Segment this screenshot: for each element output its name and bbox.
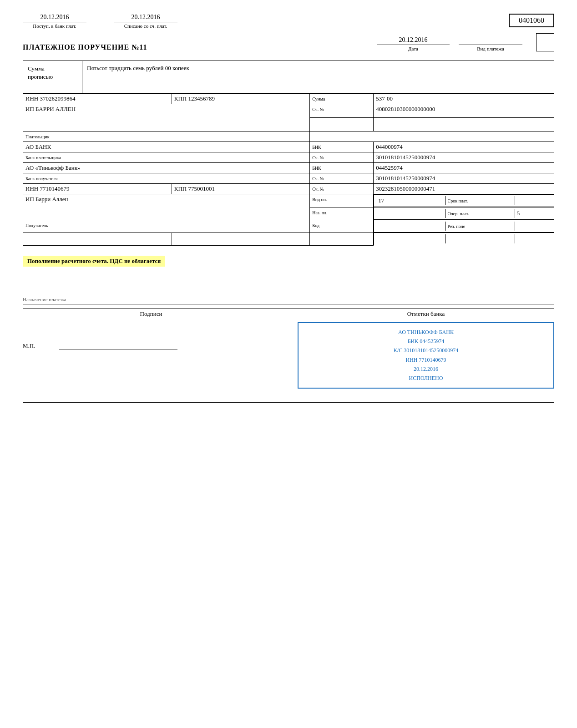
summa-label-small: Сумма <box>312 96 325 101</box>
header-dates: 20.12.2016 Поступ. в банк плат. 20.12.20… <box>23 14 177 29</box>
cell-recv-bank-sch-label: Сч. № <box>310 173 374 184</box>
bottom-full-line <box>23 402 554 403</box>
srok-plat-label: Срок плат. <box>448 198 468 203</box>
title-date-block: 20.12.2016 Дата <box>377 36 450 51</box>
row-recipient-bank: АО «Тинькофф Банк» БИК 044525974 <box>23 163 554 173</box>
cell-kod-rez: Рез. поле <box>374 220 554 233</box>
ocher-plat-label-cell: Очер. плат. <box>446 209 515 218</box>
title-date-label: Дата <box>408 46 418 51</box>
row-platelschik-label: Плательщик <box>23 131 554 142</box>
cell-platelschik-label: Плательщик <box>23 131 310 142</box>
rez-pole-label: Рез. поле <box>448 224 466 229</box>
row-bottom-boxes <box>23 233 554 245</box>
row-payer-bank-sch: Банк плательщика Сч. № 30101810145250000… <box>23 152 554 163</box>
otmetki-header: Отметки банка <box>298 310 554 318</box>
cell-sch-label-payer: Сч. № <box>310 104 374 118</box>
poluchatel-label: Получатель <box>25 223 48 228</box>
recipient-bank-name: АО «Тинькофф Банк» <box>25 164 81 171</box>
title-date-value: 20.12.2016 <box>377 36 450 45</box>
ocher-plat-value-cell: 5 <box>515 209 552 218</box>
sch-value-recv-bank: 30101810145250000974 <box>376 175 435 182</box>
stamp-line3: К/С 30101810145250000974 <box>303 346 549 355</box>
spacer <box>23 277 554 290</box>
bottom-4c <box>515 234 552 243</box>
cell-empty1 <box>310 118 374 131</box>
date-received-block: 20.12.2016 Поступ. в банк плат. <box>23 14 86 29</box>
cell-recv-kpp: КПП 775001001 <box>172 184 309 194</box>
mp-label: М.П. <box>23 342 50 349</box>
cell-bottom-2 <box>172 233 309 245</box>
vid-platezha-label: Вид платежа <box>477 46 504 51</box>
ocher-plat-value: 5 <box>517 210 520 217</box>
cell-bik-value-payer: 044000974 <box>374 142 554 152</box>
cell-bottom-4 <box>374 233 554 245</box>
cell-bik-value-recv: 044525974 <box>374 163 554 173</box>
cell-bottom-3 <box>310 233 374 245</box>
bank-platelschika-label: Банк плательщика <box>25 155 61 160</box>
cell-recv-inn: ИНН 7710140679 <box>23 184 172 194</box>
naz-pl-value-cell <box>376 209 445 218</box>
cell-inn: ИНН 370262099864 <box>23 93 172 104</box>
payer-kpp: КПП 123456789 <box>174 95 215 102</box>
payer-name: ИП БАРРИ АЛЛЕН <box>25 106 307 113</box>
stamp-line2: БИК 044525974 <box>303 337 549 346</box>
bik-label-payer: БИК <box>312 145 321 150</box>
summa-value: 537-00 <box>376 95 393 102</box>
date-debited-value: 20.12.2016 <box>114 14 177 22</box>
highlight-text: Пополнение расчетного счета. НДС не обла… <box>23 256 165 267</box>
payer-inn: ИНН 370262099864 <box>25 95 75 102</box>
row-recipient-bank-sch: Банк получателя Сч. № 301018101452500009… <box>23 173 554 184</box>
row-payer-bank: АО БАНК БИК 044000974 <box>23 142 554 152</box>
date-received-label: Поступ. в банк плат. <box>33 23 76 29</box>
doc-code-box: 0401060 <box>509 14 554 27</box>
naz-platezha-label: Назначение платежа <box>23 297 554 302</box>
cell-recv-sch-label: Сч. № <box>310 184 374 194</box>
highlight-section: Пополнение расчетного счета. НДС не обла… <box>23 251 554 271</box>
cell-poluchatel-label: Получатель <box>23 220 310 233</box>
title-row: ПЛАТЕЖНОЕ ПОРУЧЕНИЕ №11 20.12.2016 Дата … <box>23 33 554 51</box>
cell-naz-pl-label: Наз. пл. <box>310 207 374 220</box>
cell-bik-label-payer: БИК <box>310 142 374 152</box>
sch-value-payer: 40802810300000000000 <box>376 106 435 112</box>
summa-propisu-block: Суммапрописью Пятьсот тридцать семь рубл… <box>23 61 554 93</box>
ocher-plat-label: Очер. плат. <box>448 211 469 216</box>
mp-row: М.П. <box>23 340 279 349</box>
vid-platezha-line <box>459 36 522 45</box>
row-recipient-inn: ИНН 7710140679 КПП 775001001 Сч. № 30232… <box>23 184 554 194</box>
bottom-4b <box>446 234 515 243</box>
signatures-section: Подписи М.П. Отметки банка АО ТИНЬКОФФ Б… <box>23 308 554 389</box>
cell-empty-plat <box>310 131 554 142</box>
document-container: 20.12.2016 Поступ. в банк плат. 20.12.20… <box>23 14 554 403</box>
row-payer-name: ИП БАРРИ АЛЛЕН Сч. № 4080281030000000000… <box>23 104 554 118</box>
cell-naz-ocher-values: Очер. плат. 5 <box>374 207 554 220</box>
date-received-value: 20.12.2016 <box>23 14 86 22</box>
summa-label: Суммапрописью <box>23 61 82 93</box>
stamp-line5: 20.12.2016 <box>303 364 549 374</box>
cell-bottom-1 <box>23 233 172 245</box>
naz-pl-label: Наз. пл. <box>312 210 327 215</box>
bottom-4a <box>376 234 445 243</box>
stamp-line4: ИНН 7710140679 <box>303 355 549 364</box>
cell-vid-op-srok: 17 Срок плат. <box>374 194 554 207</box>
payer-bank-name: АО БАНК <box>25 143 51 150</box>
vid-op-value: 17 <box>378 197 384 204</box>
sch-label-recv-bank: Сч. № <box>312 176 324 181</box>
kod-label: Код <box>312 223 319 228</box>
cell-kod-label: Код <box>310 220 374 233</box>
stamp-line1: АО ТИНЬКОФФ БАНК <box>303 328 549 337</box>
cell-payer-bank-label: Банк плательщика <box>23 152 310 163</box>
bik-value-payer: 044000974 <box>376 143 403 150</box>
cell-sch-value-payer: 40802810300000000000 <box>374 104 554 118</box>
vid-op-label: Вид оп. <box>312 197 327 202</box>
cell-kpp: КПП 123456789 <box>172 93 309 104</box>
cell-bik-label-recv: БИК <box>310 163 374 173</box>
bank-poluchatelya-label: Банк получателя <box>25 176 58 181</box>
mp-signature-line <box>59 340 177 349</box>
cell-recipient-bank-name: АО «Тинькофф Банк» <box>23 163 310 173</box>
signatures-left: Подписи М.П. <box>23 310 288 389</box>
date-debited-label: Списано со сч. плат. <box>124 23 167 29</box>
row-poluchatel-label: Получатель Код Рез. поле <box>23 220 554 233</box>
recipient-inn: ИНН 7710140679 <box>25 185 69 192</box>
sch-value-payer-bank: 30101810145250000974 <box>376 154 435 161</box>
sch-label-payer-bank: Сч. № <box>312 155 324 160</box>
